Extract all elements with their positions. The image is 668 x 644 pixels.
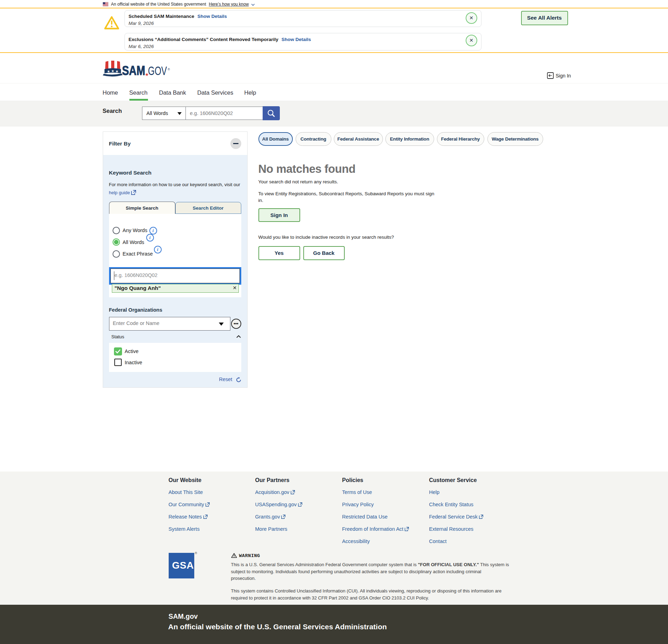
svg-text:★: ★ (115, 69, 119, 73)
svg-text:★: ★ (107, 69, 110, 73)
svg-text:SAM: SAM (122, 63, 145, 77)
svg-text:★: ★ (111, 69, 114, 73)
svg-text:®: ® (168, 68, 170, 71)
svg-text:GOV: GOV (148, 64, 167, 77)
